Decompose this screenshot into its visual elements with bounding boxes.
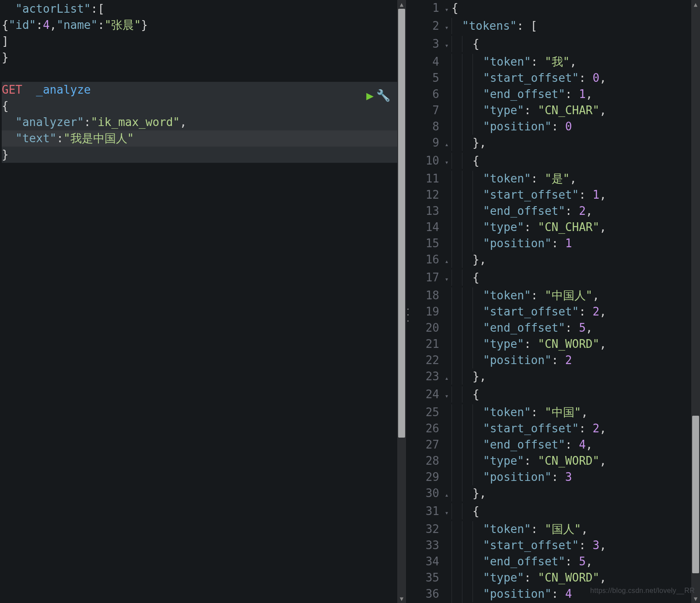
line-number: 21 [410,336,442,352]
scroll-track[interactable] [691,9,700,594]
line-number: 7 [410,102,442,119]
pane-divider[interactable] [406,0,410,603]
line-number: 2 [410,18,442,34]
line-number: 10 [410,153,442,169]
response-line: 9▴}, [410,135,700,153]
line-content: }, [452,135,486,151]
line-content: "position": 3 [452,469,572,485]
analyzer-value: ik_max_word [98,116,173,129]
line-number: 36 [410,586,442,602]
line-number: 33 [410,537,442,554]
scroll-thumb[interactable] [692,416,699,573]
line-number: 30 [410,485,442,501]
line-number: 15 [410,235,442,252]
text-value: 我是中国人 [70,132,127,145]
line-number: 8 [410,119,442,135]
line-number: 19 [410,304,442,320]
line-content: "position": 2 [452,352,572,368]
run-button[interactable]: ▶ [366,88,374,104]
fold-marker[interactable]: ▾ [442,271,452,287]
wrench-button[interactable]: 🔧 [376,88,390,104]
line-content: "start_offset": 0, [452,70,606,86]
response-line: 13"end_offset": 2, [410,203,700,219]
line-content: "start_offset": 1, [452,187,606,203]
fold-marker[interactable]: ▴ [442,137,452,153]
line-number: 17 [410,270,442,286]
fold-marker[interactable]: ▾ [442,20,452,36]
response-line: 24▾{ [410,386,700,404]
fold-marker[interactable]: ▴ [442,370,452,386]
line-content: "end_offset": 4, [452,437,592,453]
line-number: 29 [410,469,442,485]
line-content: }, [452,368,486,385]
fold-marker[interactable]: ▾ [442,38,452,54]
right-scrollbar[interactable]: ▲ ▼ [691,0,700,603]
line-content: "type": "CN_WORD", [452,336,606,352]
fold-marker[interactable]: ▾ [442,505,452,521]
scroll-up-icon[interactable]: ▲ [691,0,700,9]
line-content: "end_offset": 5, [452,554,592,570]
line-number: 24 [410,386,442,403]
line-content: "end_offset": 1, [452,86,592,102]
line-number: 20 [410,320,442,336]
response-pane[interactable]: 1▾{2▾"tokens": [3▾{4"token": "我",5"start… [410,0,700,603]
line-number: 3 [410,36,442,52]
code-line: } [2,147,406,163]
request-editor-pane[interactable]: "actorList":[ {"id":4,"name":"张晨"} ] } G… [0,0,406,603]
line-number: 22 [410,352,442,368]
response-line: 16▴}, [410,252,700,270]
response-code-area[interactable]: 1▾{2▾"tokens": [3▾{4"token": "我",5"start… [410,0,700,603]
divider-handle[interactable] [406,306,410,324]
line-content: { [452,0,458,16]
line-content: "type": "CN_WORD", [452,570,606,586]
response-line: 8"position": 0 [410,119,700,135]
response-line: 7"type": "CN_CHAR", [410,102,700,119]
line-number: 27 [410,437,442,453]
line-content: "token": "是", [452,171,577,187]
line-number: 4 [410,54,442,70]
line-content: "end_offset": 5, [452,320,592,336]
scroll-track[interactable] [397,9,406,594]
response-line: 12"start_offset": 1, [410,187,700,203]
fold-marker[interactable]: ▾ [442,2,452,18]
fold-marker[interactable]: ▴ [442,487,452,503]
fold-marker[interactable]: ▾ [442,154,452,171]
line-number: 1 [410,0,442,16]
line-content: "token": "中国", [452,404,588,421]
wrench-icon: 🔧 [376,89,390,102]
line-number: 32 [410,521,442,537]
http-method: GET [2,83,22,96]
request-line[interactable]: GET _analyze [2,82,406,98]
line-number: 16 [410,252,442,268]
code-line: } [2,49,406,66]
line-number: 12 [410,187,442,203]
scroll-up-icon[interactable]: ▲ [397,0,406,9]
line-content: "position": 0 [452,119,572,135]
line-content: }, [452,485,486,501]
line-content: "token": "我", [452,54,577,70]
line-content: { [452,270,480,286]
fold-marker[interactable]: ▴ [442,253,452,270]
response-line: 30▴}, [410,485,700,503]
request-code-area[interactable]: "actorList":[ {"id":4,"name":"张晨"} ] } G… [0,0,406,163]
line-number: 31 [410,503,442,519]
split-container: "actorList":[ {"id":4,"name":"张晨"} ] } G… [0,0,700,603]
response-line: 4"token": "我", [410,54,700,70]
scroll-down-icon[interactable]: ▼ [397,594,406,603]
left-scrollbar[interactable]: ▲ ▼ [397,0,406,603]
response-line: 33"start_offset": 3, [410,537,700,554]
fold-marker[interactable]: ▾ [442,388,452,404]
line-content: "start_offset": 2, [452,304,606,320]
line-content: "type": "CN_WORD", [452,453,606,469]
response-line: 11"token": "是", [410,171,700,187]
line-number: 9 [410,135,442,151]
response-line: 27"end_offset": 4, [410,437,700,453]
blank-line [2,66,406,82]
response-line: 34"end_offset": 5, [410,554,700,570]
scroll-thumb[interactable] [398,9,405,438]
line-number: 34 [410,554,442,570]
line-number: 6 [410,86,442,102]
code-line: "analyzer":"ik_max_word", [2,114,406,130]
line-number: 23 [410,368,442,385]
response-line: 17▾{ [410,270,700,287]
